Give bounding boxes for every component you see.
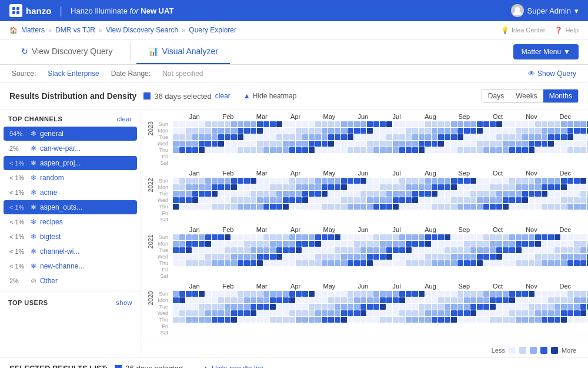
heatmap-cell[interactable] [302, 254, 308, 260]
heatmap-cell[interactable] [296, 304, 302, 310]
heatmap-cell[interactable] [561, 234, 567, 240]
heatmap-cell[interactable] [438, 178, 444, 184]
heatmap-cell[interactable] [529, 241, 534, 247]
heatmap-cell[interactable] [490, 310, 496, 316]
heatmap-cell[interactable] [231, 204, 237, 210]
heatmap-cell[interactable] [192, 291, 198, 297]
heatmap-cell[interactable] [542, 141, 547, 147]
heatmap-cell[interactable] [470, 191, 476, 197]
heatmap-cell[interactable] [445, 247, 450, 253]
heatmap-cell[interactable] [192, 247, 198, 253]
heatmap-cell[interactable] [470, 291, 476, 297]
heatmap-cell[interactable] [244, 184, 250, 190]
heatmap-cell[interactable] [212, 128, 218, 134]
heatmap-cell[interactable] [218, 204, 224, 210]
heatmap-cell[interactable] [386, 141, 392, 147]
heatmap-cell[interactable] [289, 247, 295, 253]
heatmap-cell[interactable] [225, 128, 230, 134]
breadcrumb-vds[interactable]: View Discovery Search [106, 26, 178, 34]
heatmap-cell[interactable] [386, 178, 392, 184]
heatmap-cell[interactable] [419, 134, 425, 140]
heatmap-cell[interactable] [315, 317, 321, 323]
heatmap-cell[interactable] [529, 141, 534, 147]
heatmap-cell[interactable] [186, 121, 192, 127]
heatmap-cell[interactable] [561, 128, 567, 134]
heatmap-cell[interactable] [270, 121, 276, 127]
heatmap-cell[interactable] [296, 254, 302, 260]
heatmap-cell[interactable] [542, 317, 547, 323]
heatmap-cell[interactable] [309, 317, 315, 323]
heatmap-cell[interactable] [516, 247, 522, 253]
heatmap-cell[interactable] [438, 297, 444, 303]
heatmap-cell[interactable] [419, 197, 425, 203]
heatmap-cell[interactable] [173, 254, 179, 260]
heatmap-cell[interactable] [367, 317, 373, 323]
heatmap-cell[interactable] [328, 204, 334, 210]
heatmap-cell[interactable] [238, 297, 243, 303]
heatmap-cell[interactable] [542, 234, 547, 240]
heatmap-cell[interactable] [574, 204, 580, 210]
heatmap-cell[interactable] [412, 141, 418, 147]
heatmap-cell[interactable] [509, 241, 515, 247]
heatmap-cell[interactable] [509, 197, 515, 203]
heatmap-cell[interactable] [542, 310, 547, 316]
heatmap-cell[interactable] [399, 178, 405, 184]
heatmap-cell[interactable] [250, 141, 256, 147]
heatmap-cell[interactable] [367, 241, 373, 247]
heatmap-cell[interactable] [322, 304, 328, 310]
heatmap-cell[interactable] [464, 254, 470, 260]
heatmap-cell[interactable] [574, 141, 580, 147]
heatmap-cell[interactable] [335, 317, 340, 323]
heatmap-cell[interactable] [250, 134, 256, 140]
heatmap-cell[interactable] [173, 121, 179, 127]
heatmap-cell[interactable] [380, 121, 386, 127]
heatmap-cell[interactable] [438, 317, 444, 323]
channel-item-bigtest[interactable]: < 1%❄bigtest [4, 230, 137, 244]
heatmap-cell[interactable] [438, 134, 444, 140]
heatmap-cell[interactable] [574, 247, 580, 253]
heatmap-cell[interactable] [322, 291, 328, 297]
heatmap-cell[interactable] [283, 317, 289, 323]
heatmap-cell[interactable] [561, 310, 567, 316]
heatmap-cell[interactable] [244, 241, 250, 247]
heatmap-cell[interactable] [425, 317, 431, 323]
heatmap-cell[interactable] [445, 147, 450, 153]
heatmap-cell[interactable] [186, 178, 192, 184]
heatmap-cell[interactable] [554, 141, 560, 147]
heatmap-cell[interactable] [289, 254, 295, 260]
user-label[interactable]: Super Admin [527, 6, 571, 15]
heatmap-cell[interactable] [322, 234, 328, 240]
heatmap-cell[interactable] [173, 147, 179, 153]
hide-results-button[interactable]: ▲ Hide results list [202, 364, 263, 368]
heatmap-cell[interactable] [335, 234, 340, 240]
heatmap-cell[interactable] [432, 197, 437, 203]
heatmap-cell[interactable] [548, 247, 554, 253]
heatmap-cell[interactable] [328, 304, 334, 310]
heatmap-cell[interactable] [199, 291, 205, 297]
heatmap-cell[interactable] [283, 141, 289, 147]
heatmap-cell[interactable] [567, 247, 573, 253]
heatmap-cell[interactable] [412, 184, 418, 190]
heatmap-cell[interactable] [289, 178, 295, 184]
heatmap-cell[interactable] [179, 310, 185, 316]
heatmap-cell[interactable] [496, 121, 502, 127]
heatmap-cell[interactable] [322, 197, 328, 203]
heatmap-cell[interactable] [296, 310, 302, 316]
heatmap-cell[interactable] [457, 297, 463, 303]
heatmap-cell[interactable] [490, 241, 496, 247]
heatmap-cell[interactable] [490, 304, 496, 310]
heatmap-cell[interactable] [199, 184, 205, 190]
heatmap-cell[interactable] [470, 241, 476, 247]
heatmap-cell[interactable] [406, 310, 412, 316]
heatmap-cell[interactable] [283, 178, 289, 184]
heatmap-cell[interactable] [490, 197, 496, 203]
heatmap-cell[interactable] [490, 147, 496, 153]
heatmap-cell[interactable] [218, 304, 224, 310]
heatmap-cell[interactable] [238, 241, 243, 247]
heatmap-cell[interactable] [451, 128, 457, 134]
heatmap-cell[interactable] [250, 197, 256, 203]
heatmap-cell[interactable] [225, 310, 230, 316]
heatmap-cell[interactable] [451, 241, 457, 247]
heatmap-cell[interactable] [580, 241, 586, 247]
heatmap-cell[interactable] [354, 147, 360, 153]
